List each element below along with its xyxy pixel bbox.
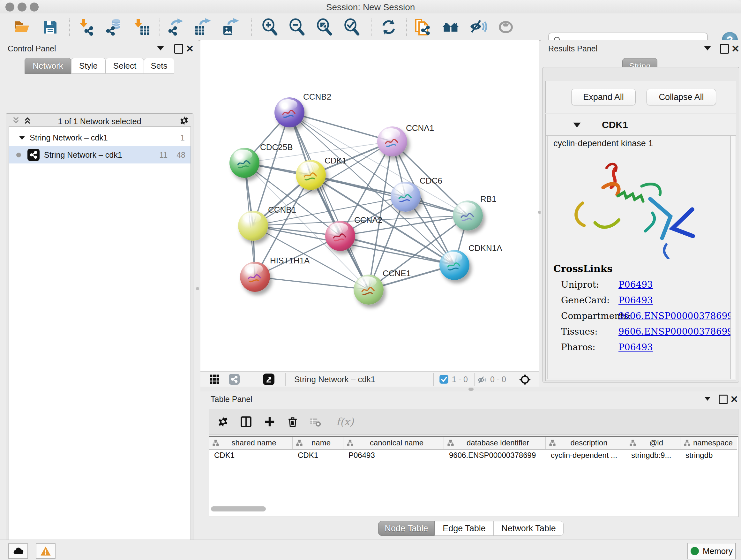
show-columns-icon[interactable]: [239, 415, 253, 429]
zoom-fit-button[interactable]: [314, 17, 334, 37]
collapse-all-button[interactable]: Collapse All: [647, 89, 716, 105]
table-cell[interactable]: CDK1: [293, 449, 343, 461]
crosslink-link[interactable]: P06493: [618, 342, 653, 353]
tab-edge-table[interactable]: Edge Table: [434, 521, 494, 536]
column-header--id[interactable]: @id: [626, 437, 680, 449]
zoom-out-button[interactable]: [287, 17, 307, 37]
table-cell[interactable]: 9606.ENSP00000378699: [444, 449, 546, 461]
import-table-button[interactable]: [132, 17, 151, 37]
section-expand-icon[interactable]: [573, 123, 581, 127]
panel-close-icon[interactable]: ✕: [186, 44, 194, 54]
network-edge[interactable]: [255, 277, 368, 290]
left-splitter-handle[interactable]: [196, 287, 199, 290]
network-collection-row[interactable]: String Network – cdk1 1: [9, 129, 191, 146]
selected-checkbox-icon[interactable]: [439, 374, 449, 384]
save-session-button[interactable]: [40, 17, 60, 37]
import-network-button[interactable]: [76, 17, 95, 37]
network-node-ccna2[interactable]: [325, 221, 355, 251]
results-scrollbar[interactable]: [731, 136, 735, 379]
panel-float-icon[interactable]: [719, 395, 728, 404]
table-cell[interactable]: P06493: [343, 449, 444, 461]
column-header-name[interactable]: name: [293, 437, 343, 449]
protein-structure-thumbnail: [233, 154, 256, 173]
panel-float-icon[interactable]: [720, 44, 729, 54]
tab-sets[interactable]: Sets: [144, 58, 174, 74]
export-image-button[interactable]: [221, 17, 241, 37]
table-cell[interactable]: stringdb:9...: [626, 449, 680, 461]
tab-select[interactable]: Select: [106, 58, 144, 74]
table-cell[interactable]: CDK1: [209, 449, 293, 461]
column-header-canonical-name[interactable]: canonical name: [343, 437, 444, 449]
network-node-ccna1[interactable]: [377, 126, 407, 157]
network-node-cdk1[interactable]: [296, 160, 326, 190]
tab-network-table[interactable]: Network Table: [494, 521, 563, 536]
column-attribute-icon: [629, 439, 636, 446]
network-canvas[interactable]: CCNB2CCNA1CDC25BCDK1CDC6RB1CCNB1CCNA2CDK…: [200, 40, 539, 371]
table-settings-gear-icon[interactable]: [216, 415, 230, 429]
birds-eye-view-icon[interactable]: [518, 373, 532, 386]
table-cell[interactable]: cyclin-dependent ...: [546, 449, 626, 461]
panel-close-icon[interactable]: ✕: [730, 395, 738, 404]
table-horizontal-scrollbar[interactable]: [211, 506, 266, 511]
node-result-header[interactable]: CDK1: [546, 114, 736, 136]
zoom-selected-button[interactable]: [342, 17, 361, 37]
string-home-button[interactable]: [441, 17, 461, 37]
panel-menu-icon[interactable]: [704, 396, 711, 401]
enhanced-graphics-toggle-button[interactable]: [468, 17, 488, 37]
table-cell[interactable]: stringdb: [680, 449, 737, 461]
network-node-ccnb1[interactable]: [238, 211, 268, 241]
column-header-shared-name[interactable]: shared name: [209, 437, 293, 449]
horizontal-splitter[interactable]: [200, 387, 741, 391]
network-node-ccne1[interactable]: [354, 274, 384, 305]
export-network-button[interactable]: [165, 17, 185, 37]
network-node-cdkn1a[interactable]: [440, 250, 469, 280]
apply-layout-button[interactable]: [379, 17, 399, 37]
warnings-button[interactable]: [36, 543, 56, 559]
network-node-cdc25b[interactable]: [229, 148, 259, 178]
export-table-button[interactable]: [193, 17, 213, 37]
expand-all-button[interactable]: Expand All: [571, 89, 636, 105]
memory-button[interactable]: Memory: [687, 543, 736, 559]
show-hide-toggle-button[interactable]: [496, 17, 516, 37]
network-node-cdc6[interactable]: [391, 182, 421, 212]
clone-network-button[interactable]: [412, 17, 432, 37]
splitter-handle[interactable]: [468, 388, 474, 391]
grid-view-icon[interactable]: [209, 374, 220, 385]
column-header-namespace[interactable]: namespace: [680, 437, 737, 449]
network-node-hist1h1a[interactable]: [240, 262, 270, 292]
zoom-in-button[interactable]: [260, 17, 280, 37]
open-in-new-window-icon[interactable]: [263, 374, 274, 385]
automation-cloud-button[interactable]: [8, 543, 28, 559]
crosslink-link[interactable]: P06493: [618, 279, 653, 290]
crosslink-link[interactable]: 9606.ENSP00000378699: [618, 326, 733, 337]
open-session-button[interactable]: [12, 17, 31, 37]
tab-network[interactable]: Network: [24, 58, 71, 74]
tab-style[interactable]: Style: [71, 58, 106, 74]
network-options-gear-icon[interactable]: [179, 116, 189, 126]
network-row-selected[interactable]: String Network – cdk1 11 48: [9, 146, 191, 164]
network-share-icon[interactable]: [228, 374, 240, 385]
crosslink-link[interactable]: 9606.ENSP00000378699: [618, 311, 733, 321]
function-builder-icon[interactable]: f(x): [332, 415, 358, 429]
status-bar: Memory: [0, 540, 741, 560]
create-column-plus-icon[interactable]: [263, 415, 277, 429]
delete-column-trash-icon[interactable]: [286, 415, 300, 429]
tab-node-table[interactable]: Node Table: [378, 521, 434, 536]
column-header-description[interactable]: description: [546, 437, 626, 449]
import-network-from-database-button[interactable]: [104, 17, 124, 37]
panel-menu-icon[interactable]: [704, 46, 711, 51]
panel-float-icon[interactable]: [174, 44, 183, 54]
table-row[interactable]: CDK1CDK1P064939606.ENSP00000378699cyclin…: [209, 449, 737, 461]
node-table[interactable]: shared namenamecanonical namedatabase id…: [209, 436, 738, 517]
network-node-ccnb2[interactable]: [274, 98, 305, 127]
panel-menu-icon[interactable]: [157, 46, 164, 51]
hidden-eye-slash-icon[interactable]: [477, 374, 488, 386]
network-edge[interactable]: [311, 175, 468, 215]
control-panel-title: Control Panel: [8, 44, 56, 53]
panel-close-icon[interactable]: ✕: [731, 44, 739, 54]
network-node-rb1[interactable]: [453, 200, 483, 231]
zoom-fit-icon: [315, 18, 333, 36]
crosslink-link[interactable]: P06493: [618, 295, 653, 306]
column-header-database-identifier[interactable]: database identifier: [444, 437, 546, 449]
collection-expand-icon[interactable]: [19, 136, 25, 140]
